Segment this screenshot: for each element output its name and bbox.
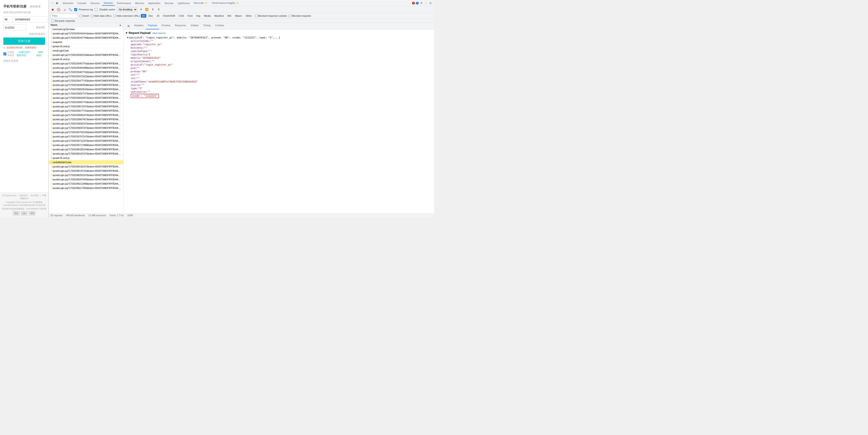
tab-performance[interactable]: Performance [115,1,133,5]
close-devtools-icon[interactable]: ✕ [429,1,432,5]
list-item[interactable]: ⬡ qcodeLogin.jsp?17020296202247&token=B3… [49,173,123,177]
tab-cookies[interactable]: Cookies [213,23,226,29]
list-item[interactable]: ⬡ qcodeLogin.jsp?17020235657747&token=B3… [49,92,123,96]
tab-initiator[interactable]: Initiator [188,23,201,29]
list-item[interactable]: ⬡ qcodeLogin.jsp?17020235447749&token=B3… [49,36,123,40]
country-code-input[interactable] [3,16,12,23]
list-item[interactable]: ⬡ qcodeLogin.jsp?17020235652542&token=B3… [49,87,123,92]
tab-application[interactable]: Application [147,1,162,5]
invert-checkbox[interactable]: Invert [80,14,89,17]
service-agreement-link[interactable]: 《去哪儿用户服务协议》 [17,51,32,57]
filter-ws[interactable]: WS [226,14,232,18]
list-item[interactable]: ⬡ qcodeLogin.jsp?17020235482568&token=B3… [49,83,123,87]
record-button[interactable]: ⏺ [51,7,55,11]
offline-icon[interactable]: 📶 [145,7,149,11]
clear-button[interactable]: 🚫 [57,7,61,11]
network-conditions-icon[interactable]: ▼ [139,7,143,11]
list-item[interactable]: ⬡ qcodeLogin.jsp?17020235477742&token=B3… [49,79,123,83]
settings-icon[interactable]: ⚙ [420,1,423,5]
list-item[interactable]: ⬡ qcodeLogin.jsp?17020235452244&token=B3… [49,53,123,57]
tab-headers[interactable]: Headers [132,23,146,29]
list-item[interactable]: ⬡ qcodeLogin.jsp?17020235472422&token=B3… [49,74,123,79]
view-source-link[interactable]: view source [152,32,165,34]
filter-css[interactable]: CSS [178,14,185,18]
blocked-requests-checkbox[interactable]: Blocked requests [289,14,311,17]
list-item[interactable]: ⬡ qcodeLogin.jsp?17020235717488&token=B3… [49,143,123,147]
login-tab-password[interactable]: 密码登录 [30,5,41,9]
filter-manifest[interactable]: Manifest [213,14,225,18]
privacy-policy-link[interactable]: 《隐私政策》 [36,51,45,57]
list-item[interactable]: ⬡ commonLog?pt=www [49,27,123,31]
list-item[interactable]: ⬡ qcodeLogin.jsp?17020235697247&token=B3… [49,126,123,130]
third-party-checkbox[interactable]: 3rd-party requests [52,20,432,22]
filter-button[interactable]: ⊿ [62,7,66,11]
more-options-icon[interactable]: ⋮ [424,1,428,5]
hide-data-urls-checkbox[interactable]: Hide data URLs [91,14,112,17]
blocked-response-cookies-checkbox[interactable]: Blocked response cookies [255,14,287,17]
phone-input[interactable] [13,16,48,23]
tab-preview[interactable]: Preview [159,23,173,29]
list-item[interactable]: ⬡ qcodeLogin.jsp?17020235712247&token=B3… [49,139,123,143]
list-item[interactable]: ⬡ qcodeLogin.jsp?17020235687457&token=B3… [49,117,123,122]
list-item[interactable]: ⬡ qcodeLogin.jsp?17020235662557&token=B3… [49,96,123,100]
list-item[interactable]: ⬡ qcodeLogin.jsp?17020235672247&token=B3… [49,104,123,109]
export-icon[interactable]: ⬇ [157,7,161,11]
list-item[interactable]: ⬡ qcodeLogin.jsp?17020296187247&token=B3… [49,152,123,156]
list-item[interactable]: ⬡ qcodeLogin.jsp?17020235692247&token=B3… [49,122,123,126]
cursor-icon[interactable]: ⬚ [51,1,54,5]
import-icon[interactable]: ⬆ [151,7,155,11]
filter-img[interactable]: Img [195,14,202,18]
list-item[interactable]: ⬡ qcodeLogin.jsp?17020235677741&token=B3… [49,109,123,113]
preserve-log-checkbox[interactable] [74,8,77,11]
device-icon[interactable]: ▣ [55,1,59,5]
tab-console[interactable]: Console [75,1,88,5]
list-item[interactable]: ⬡ qcodeLogin.jsp?17020296207045&token=B3… [49,177,123,182]
throttle-select[interactable]: No throttling [117,7,137,12]
filter-doc[interactable]: Doc [147,14,154,18]
list-item[interactable]: ⬡ qcodeLogin.jsp?17020296197243&token=B3… [49,169,123,173]
preserve-log-label[interactable]: Preserve log [79,8,93,11]
list-item[interactable]: ⬡ qcodeLogin.jsp?17020235442441&token=B3… [49,31,123,36]
list-item[interactable]: ⬡ qmark.h5.umd.js [49,57,123,62]
tab-lighthouse[interactable]: Lighthouse [176,1,191,5]
filter-input[interactable] [51,13,78,18]
list-item[interactable]: ⬡ qcodeLogin.jsp?17020235667743&token=B3… [49,100,123,104]
tab-network[interactable]: Network [102,1,115,6]
tab-performance-insights[interactable]: Performance insights ⚡ [210,1,241,5]
filter-media[interactable]: Media [203,14,212,18]
tab-security[interactable]: Security [162,1,175,5]
tree-toggle[interactable]: ▼ [127,36,129,39]
list-item[interactable]: ⬡ qcodeLogin.jsp?17020296212488&token=B3… [49,182,123,186]
list-item[interactable]: ⬡ qmark.h5.umd.js [49,156,123,160]
tab-payload[interactable]: Payload [146,23,159,29]
disable-cache-label[interactable]: Disable cache [99,8,115,11]
list-item[interactable]: ⬡ qcodeLogin.jsp?17020235462488&token=B3… [49,66,123,70]
filter-js[interactable]: JS [155,14,161,18]
voice-captcha-button[interactable]: 获取语音验证码 [3,33,45,36]
tab-sources[interactable]: Sources [89,1,101,5]
filter-other[interactable]: Other [244,14,253,18]
list-item[interactable]: ⬡ qcodeLogin.jsp?17020296192247&token=B3… [49,165,123,169]
close-detail-button[interactable]: ✕ [125,23,132,29]
filter-fetch-xhr[interactable]: Fetch/XHR [162,14,177,18]
request-list-scroll[interactable]: ⬡ commonLog?pt=www ⬡ qcodeLogin.jsp?1702… [49,27,123,213]
filter-wasm[interactable]: Wasm [234,14,243,18]
tab-response[interactable]: Response [173,23,188,29]
login-button[interactable]: 登录/注册 [3,37,45,45]
hide-extension-urls-checkbox[interactable]: Hide extension URLs [113,14,140,17]
tab-recorder[interactable]: Recorder ⚡ [192,1,210,5]
list-item[interactable]: ⬡ qcodeLogin.jsp?17020296217556&token=B3… [49,186,123,190]
list-item[interactable]: ⬡ qmark.h5.umd.js [49,44,123,48]
list-item[interactable]: ⬡ qcodeLogin.jsp?17020235467742&token=B3… [49,70,123,74]
tab-timing[interactable]: Timing [201,23,213,29]
filter-all[interactable]: All [141,14,146,18]
recaptcha-button[interactable]: 重新获取 [36,26,45,29]
list-item[interactable]: ⬡ qcodeLogin.jsp?17020235707247&token=B3… [49,134,123,139]
tab-memory[interactable]: Memory [133,1,146,5]
other-login-link[interactable]: 其他方式登录 [3,59,45,63]
scroll-up-indicator[interactable]: ▲ [119,24,121,26]
list-item[interactable]: ⬡ qcodeLogin.jsp?17020235682247&token=B3… [49,113,123,117]
verify-mobile-vcode-item[interactable]: ⬡ verifyMobileVcode [49,160,123,165]
login-tab-phone[interactable]: 手机号登录/注册 [3,4,27,9]
list-item[interactable]: ⬡ qcodeLogin.jsp?17020235457741&token=B3… [49,62,123,66]
